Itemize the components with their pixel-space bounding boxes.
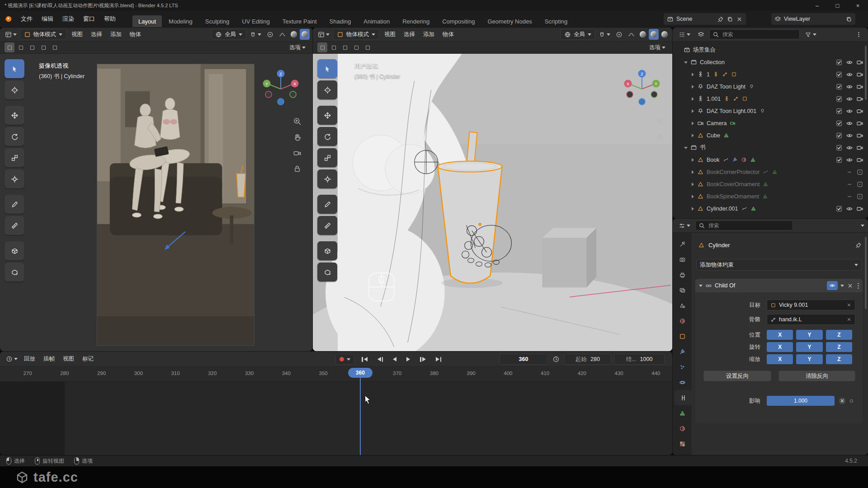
viewlayer-selector[interactable]: ViewLayer (771, 13, 855, 25)
camera-vis-icon[interactable] (856, 71, 863, 78)
jump-to-end-button[interactable] (433, 354, 444, 365)
workspace-tab-compositing[interactable]: Compositing (436, 15, 481, 28)
camera-vis-icon[interactable] (856, 59, 863, 66)
outliner-row[interactable]: Cube (673, 129, 868, 141)
checkbox-icon[interactable] (835, 144, 843, 151)
viewport-menu-2[interactable]: 选择 (87, 29, 106, 40)
prev-keyframe-button[interactable] (375, 354, 386, 365)
checkbox-icon[interactable] (835, 205, 843, 212)
tool-tweak-button[interactable] (317, 59, 337, 78)
tool-transform-button[interactable] (5, 169, 24, 188)
properties-tab-object[interactable] (673, 328, 692, 344)
timeline-menu-2[interactable]: 插帧 (39, 354, 59, 365)
properties-search-input[interactable] (708, 222, 766, 229)
editor-type-button[interactable] (676, 29, 693, 40)
shading-wireframe-button[interactable] (638, 29, 648, 40)
properties-tab-particles[interactable] (673, 359, 692, 375)
use-preview-range-icon[interactable] (552, 356, 560, 363)
topbar-menu-1[interactable]: 文件 (16, 13, 37, 25)
animate-dot[interactable] (850, 399, 853, 403)
outliner-row[interactable]: Cylinder.001 (673, 202, 868, 215)
editor-type-button[interactable] (4, 354, 20, 365)
proportional-edit-toggle[interactable] (613, 29, 625, 40)
statusbar-hint-1[interactable]: 选择 (6, 457, 25, 465)
jump-to-start-button[interactable] (359, 354, 370, 365)
axis-y-toggle[interactable]: Y (796, 342, 822, 352)
minimize-button[interactable]: – (807, 0, 827, 11)
dash-icon[interactable] (846, 169, 853, 176)
workspace-tab-rendering[interactable]: Rendering (396, 15, 435, 28)
select-mode-button-5[interactable] (50, 42, 60, 52)
frame-start-field[interactable]: 起始 280 (564, 354, 611, 365)
transform-orientation[interactable]: 全局 (211, 29, 246, 40)
camera-vis-icon[interactable] (856, 132, 863, 139)
outliner-row[interactable]: 书 (673, 141, 868, 154)
new-viewlayer-icon[interactable] (845, 16, 852, 23)
play-reverse-button[interactable] (390, 354, 399, 365)
properties-tab-world[interactable] (673, 313, 692, 328)
topbar-menu-3[interactable]: 渲染 (58, 13, 79, 25)
clear-target-icon[interactable] (846, 302, 852, 308)
viewport-menu-4[interactable]: 物体 (439, 29, 458, 40)
expander-closed-icon[interactable] (690, 108, 695, 114)
eye-icon[interactable] (846, 132, 853, 139)
properties-tab-physics[interactable] (673, 375, 692, 390)
frame-end-field[interactable]: 结... 1000 (614, 354, 665, 365)
axis-x-toggle[interactable]: X (767, 342, 793, 352)
editor-type-button[interactable] (3, 29, 19, 40)
axis-z-toggle[interactable]: Z (826, 342, 852, 352)
workspace-tab-shading[interactable]: Shading (324, 15, 357, 28)
viewport-menu-3[interactable]: 添加 (419, 29, 439, 40)
delete-constraint-icon[interactable] (847, 282, 854, 289)
workspace-tab-modeling[interactable]: Modeling (163, 15, 198, 28)
camera-vis-icon[interactable] (856, 108, 863, 115)
outliner-options-button[interactable] (853, 29, 864, 40)
viewport-menu-4[interactable]: 物体 (126, 29, 145, 40)
expander-open-icon[interactable] (683, 60, 689, 65)
outliner-row[interactable]: 场景集合 (673, 44, 868, 56)
clear-keyframe-icon[interactable] (838, 397, 846, 405)
tool-annotate-button[interactable] (5, 195, 24, 214)
properties-tab-viewlayer[interactable] (673, 282, 692, 298)
camera-vis-icon[interactable] (856, 205, 863, 212)
outliner-row[interactable]: Camera (673, 117, 868, 129)
tool-move-button[interactable] (317, 106, 337, 125)
select-mode-button-3[interactable] (27, 42, 37, 52)
select-mode-button-2[interactable] (329, 42, 339, 52)
pan-hand-icon[interactable] (293, 133, 302, 141)
mode-selector[interactable]: 物体模式 (20, 29, 66, 40)
outliner[interactable]: 场景集合Collection1DAZ Toon Light1.001DAZ To… (673, 28, 868, 218)
navigation-gizmo[interactable]: Z X Y (622, 67, 662, 108)
grid-icon[interactable] (656, 164, 664, 173)
tool-tweak-button[interactable] (5, 59, 24, 78)
snap-toggle[interactable] (247, 29, 264, 40)
properties-tab-data[interactable] (673, 405, 692, 421)
shading-material-button[interactable] (660, 29, 670, 40)
expander-closed-icon[interactable] (690, 96, 695, 102)
target-field[interactable]: Vicky 9.001 (767, 300, 855, 310)
display-mode-button[interactable] (695, 29, 707, 40)
checkbox-icon[interactable] (835, 120, 843, 127)
mode-selector[interactable]: 物体模式 (333, 29, 379, 40)
timeline-menu-3[interactable]: 视图 (59, 354, 78, 365)
expander-closed-icon[interactable] (690, 182, 695, 187)
tool-addprim-button[interactable] (317, 263, 337, 282)
camera-vis-icon[interactable] (856, 120, 863, 127)
constraint-extras-caret[interactable] (840, 285, 844, 287)
pan-hand-icon[interactable] (656, 133, 664, 141)
expander-closed-icon[interactable] (690, 206, 695, 211)
outliner-row[interactable]: 1.001 (673, 93, 868, 105)
zoom-icon[interactable] (293, 117, 302, 126)
outliner-row[interactable]: BookCoverOrnament (673, 178, 868, 190)
navigation-gizmo[interactable]: Z X Y (260, 67, 301, 108)
play-button[interactable] (404, 354, 413, 365)
outliner-row[interactable]: Book (673, 154, 868, 166)
tool-scale-button[interactable] (5, 148, 24, 167)
camera-view-icon[interactable] (656, 149, 664, 157)
editor-type-button[interactable] (676, 220, 693, 231)
viewport-camera[interactable]: 物体模式 视图选择添加物体 全局 选项 (0, 28, 312, 351)
boxframe-icon[interactable] (856, 181, 863, 188)
expander-closed-icon[interactable] (690, 157, 695, 163)
workspace-tab-uv-editing[interactable]: UV Editing (236, 15, 275, 28)
select-mode-button-1[interactable] (5, 42, 14, 52)
